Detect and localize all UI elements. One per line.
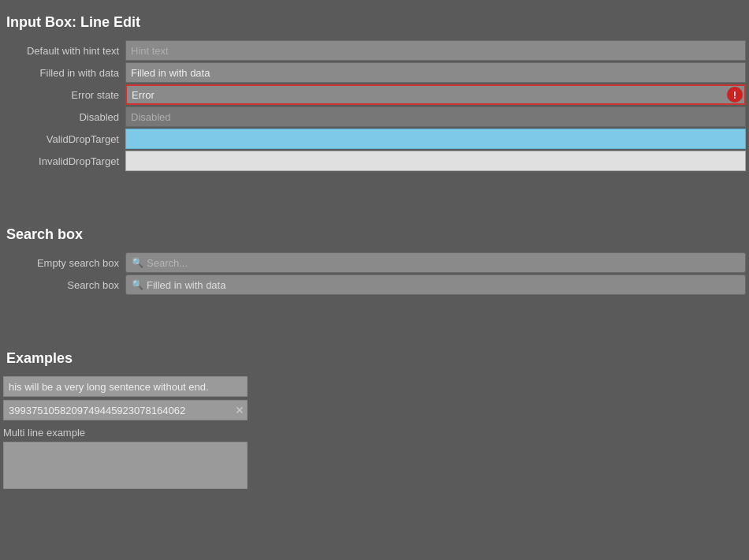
- filled-row: Filled in with data: [3, 62, 746, 83]
- disabled-input: [125, 106, 746, 127]
- disabled-label: Disabled: [3, 111, 125, 123]
- number-input-wrapper: ✕: [3, 400, 248, 420]
- valid-drop-input[interactable]: [125, 129, 746, 149]
- filled-input[interactable]: [125, 62, 746, 83]
- clear-button[interactable]: ✕: [235, 405, 244, 416]
- default-hint-input[interactable]: [125, 40, 746, 61]
- multiline-label: Multi line example: [3, 427, 746, 439]
- empty-search-input[interactable]: [125, 252, 746, 273]
- examples-title: Examples: [3, 344, 746, 376]
- default-hint-row: Default with hint text: [3, 40, 746, 61]
- default-hint-label: Default with hint text: [3, 45, 125, 57]
- empty-search-wrapper: 🔍: [125, 252, 746, 273]
- error-icon: !: [727, 87, 743, 103]
- error-input[interactable]: [125, 84, 746, 105]
- page-title: Input Box: Line Edit: [3, 8, 746, 40]
- empty-search-label: Empty search box: [3, 257, 125, 269]
- search-box-section: Search box Empty search box 🔍 Search box…: [3, 220, 746, 295]
- long-text-input[interactable]: [3, 376, 248, 397]
- filled-search-label: Search box: [3, 279, 125, 291]
- disabled-row: Disabled: [3, 106, 746, 127]
- valid-drop-label: ValidDropTarget: [3, 133, 125, 145]
- valid-drop-row: ValidDropTarget: [3, 129, 746, 149]
- filled-search-wrapper: 🔍: [125, 274, 746, 295]
- filled-search-row: Search box 🔍: [3, 274, 746, 295]
- filled-search-input[interactable]: [125, 274, 746, 295]
- error-row: Error state !: [3, 84, 746, 105]
- invalid-drop-input[interactable]: [125, 151, 746, 171]
- filled-label: Filled in with data: [3, 67, 125, 79]
- examples-section: Examples ✕ Multi line example: [3, 344, 746, 491]
- invalid-drop-row: InvalidDropTarget: [3, 151, 746, 171]
- number-input[interactable]: [3, 400, 248, 420]
- search-box-title: Search box: [3, 220, 746, 252]
- multiline-input[interactable]: [3, 442, 248, 489]
- line-edit-section: Default with hint text Filled in with da…: [3, 40, 746, 171]
- error-label: Error state: [3, 89, 125, 101]
- invalid-drop-label: InvalidDropTarget: [3, 155, 125, 167]
- empty-search-row: Empty search box 🔍: [3, 252, 746, 273]
